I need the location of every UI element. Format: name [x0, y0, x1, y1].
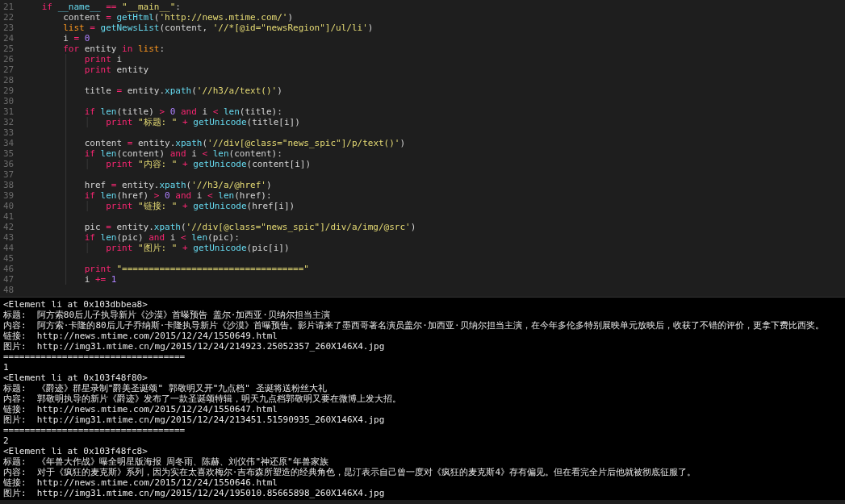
terminal-line: 图片: http://img31.mtime.cn/mg/2015/12/24/…	[3, 488, 842, 498]
code-line[interactable]: │	[20, 169, 845, 180]
code-line[interactable]: │ i += 1	[20, 274, 845, 285]
line-number: 48	[3, 285, 14, 295]
line-number: 31	[3, 106, 14, 117]
line-number: 41	[3, 211, 14, 222]
code-line[interactable]: │ href = entity.xpath('//h3/a/@href')	[20, 180, 845, 190]
terminal-line: 链接: http://news.mtime.com/2015/12/24/155…	[3, 477, 842, 488]
terminal-output[interactable]: <Element li at 0x103dbbea8>标题: 阿方索80后儿子执…	[0, 297, 845, 500]
line-number: 23	[3, 23, 14, 33]
line-number: 28	[3, 75, 14, 85]
line-number: 21	[3, 2, 14, 12]
terminal-line: 1	[3, 362, 842, 373]
code-line[interactable]: │ │ print "标题: " + getUnicode(title[i])	[20, 117, 845, 127]
code-line[interactable]: │ if len(content) and i < len(content):	[20, 148, 845, 159]
code-line[interactable]: if __name__ == "__main__":	[20, 2, 845, 12]
line-number: 35	[3, 148, 14, 159]
terminal-line: 图片: http://img31.mtime.cn/mg/2015/12/24/…	[3, 414, 842, 425]
line-number: 22	[3, 12, 14, 23]
code-line[interactable]: │	[20, 253, 845, 264]
terminal-line: 内容: 对于《疯狂的麦克斯》系列，因为实在太喜欢梅尔·吉布森所塑造的经典角色，昆…	[3, 467, 842, 477]
line-number: 40	[3, 201, 14, 211]
code-line[interactable]: content = getHtml('http://news.mtime.com…	[20, 12, 845, 23]
terminal-line: 标题: 阿方索80后儿子执导新片《沙漠》首曝预告 盖尔·加西亚·贝纳尔担当主演	[3, 310, 842, 320]
line-number: 38	[3, 180, 14, 190]
code-line[interactable]: │	[20, 96, 845, 106]
line-number: 42	[3, 222, 14, 232]
code-line[interactable]: │ │ print "图片: " + getUnicode(pic[i])	[20, 243, 845, 253]
code-line[interactable]: │ print "===============================…	[20, 264, 845, 274]
line-number: 45	[3, 253, 14, 264]
terminal-line: ==================================	[3, 425, 842, 435]
line-number: 26	[3, 54, 14, 65]
terminal-line: 内容: 郭敬明执导的新片《爵迹》发布了一款圣诞颂特辑，明天九点档郭敬明又要在微博…	[3, 394, 842, 404]
line-number: 34	[3, 138, 14, 148]
terminal-line: 内容: 阿方索·卡隆的80后儿子乔纳斯·卡隆执导新片《沙漠》首曝预告。影片请来了…	[3, 320, 842, 331]
terminal-line: 链接: http://news.mtime.com/2015/12/24/155…	[3, 404, 842, 414]
line-number: 36	[3, 159, 14, 169]
code-line[interactable]: │ if len(href) > 0 and i < len(href):	[20, 190, 845, 201]
code-line[interactable]: │ print entity	[20, 65, 845, 75]
line-number: 43	[3, 232, 14, 243]
code-line[interactable]: │ title = entity.xpath('//h3/a/text()')	[20, 85, 845, 96]
terminal-line: 链接: http://news.mtime.com/2015/12/24/155…	[3, 331, 842, 341]
code-line[interactable]: list = getNewsList(content, '//*[@id="ne…	[20, 23, 845, 33]
code-line[interactable]: │ print i	[20, 54, 845, 65]
terminal-line: 标题: 《年兽大作战》曝全明星版海报 周冬雨、陈赫、刘仪伟"神还原"年兽家族	[3, 456, 842, 467]
code-line[interactable]: │ content = entity.xpath('//div[@class="…	[20, 138, 845, 148]
terminal-line: 标题: 《爵迹》群星录制"爵美圣诞颂" 郭敬明又开"九点档" 圣诞将送粉丝大礼	[3, 383, 842, 394]
line-number-gutter: 2122232425262728293031323334353637383940…	[0, 0, 20, 297]
line-number: 30	[3, 96, 14, 106]
code-area[interactable]: if __name__ == "__main__": content = get…	[20, 0, 845, 297]
code-line[interactable]: │ │ print "链接: " + getUnicode(href[i])	[20, 201, 845, 211]
line-number: 39	[3, 190, 14, 201]
line-number: 27	[3, 65, 14, 75]
terminal-line: <Element li at 0x103f48fc8>	[3, 446, 842, 456]
code-line[interactable]: i = 0	[20, 33, 845, 44]
line-number: 32	[3, 117, 14, 127]
line-number: 44	[3, 243, 14, 253]
terminal-line: <Element li at 0x103f48f80>	[3, 373, 842, 383]
code-line[interactable]: │	[20, 75, 845, 85]
line-number: 33	[3, 127, 14, 138]
code-line[interactable]: │ if len(pic) and i < len(pic):	[20, 232, 845, 243]
line-number: 37	[3, 169, 14, 180]
terminal-line: 图片: http://img31.mtime.cn/mg/2015/12/24/…	[3, 341, 842, 352]
code-line[interactable]: │ if len(title) > 0 and i < len(title):	[20, 106, 845, 117]
code-editor[interactable]: 2122232425262728293031323334353637383940…	[0, 0, 845, 297]
terminal-line: 2	[3, 435, 842, 446]
line-number: 24	[3, 33, 14, 44]
code-line[interactable]: │	[20, 211, 845, 222]
code-line[interactable]	[20, 285, 845, 295]
line-number: 47	[3, 274, 14, 285]
terminal-line: <Element li at 0x103dbbea8>	[3, 299, 842, 310]
code-line[interactable]: for entity in list:	[20, 44, 845, 54]
line-number: 25	[3, 44, 14, 54]
code-line[interactable]: │ pic = entity.xpath('//div[@class="news…	[20, 222, 845, 232]
line-number: 46	[3, 264, 14, 274]
terminal-line: ==================================	[3, 352, 842, 362]
line-number: 29	[3, 85, 14, 96]
code-line[interactable]: │ │ print "内容: " + getUnicode(content[i]…	[20, 159, 845, 169]
code-line[interactable]: │	[20, 127, 845, 138]
